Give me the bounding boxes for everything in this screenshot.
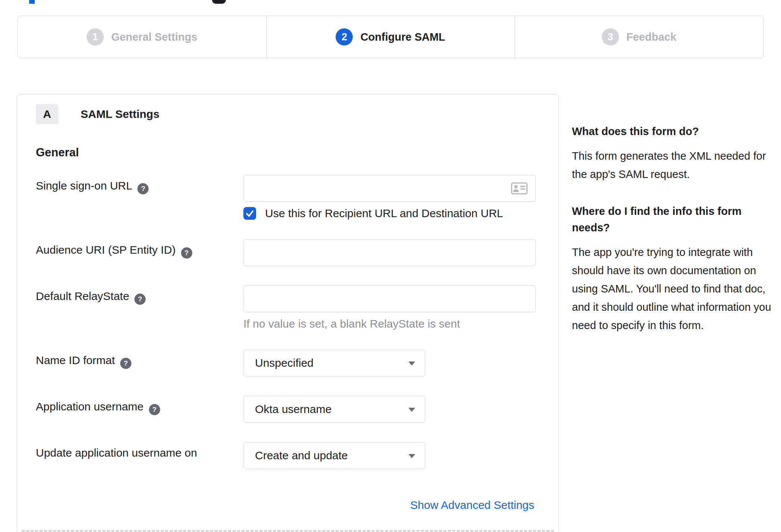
checkbox-label: Use this for Recipient URL and Destinati… [265,207,503,220]
help-icon[interactable]: ? [120,358,131,369]
name-id-format-select[interactable]: Unspecified [243,350,425,376]
select-value: Create and update [255,449,348,462]
step-label: General Settings [111,31,197,43]
step-feedback[interactable]: 3 Feedback [514,16,763,58]
update-application-username-select[interactable]: Create and update [243,442,425,469]
name-id-format-label: Name ID format [36,354,115,366]
show-advanced-settings-link[interactable]: Show Advanced Settings [410,499,534,511]
help-heading: Where do I find the info this form needs… [572,203,774,236]
update-application-username-label: Update application username on [36,447,197,459]
form-row-default-relaystate: Default RelayState? If no value is set, … [36,285,540,330]
clipped-title-fragment [212,0,226,4]
form-row-name-id-format: Name ID format? Unspecified [36,350,540,376]
checkmark-icon [245,209,254,218]
chevron-down-icon [408,408,415,412]
chevron-down-icon [408,454,415,458]
help-sidebar: What does this form do? This form genera… [572,123,774,354]
chevron-down-icon [408,362,415,366]
configure-saml-page: 1 General Settings 2 Configure SAML 3 Fe… [0,0,781,532]
help-body: The app you're trying to integrate with … [572,243,774,335]
use-for-recipient-destination-checkbox[interactable] [243,207,256,220]
help-icon[interactable]: ? [149,404,160,415]
form-row-audience-uri: Audience URI (SP Entity ID)? [36,239,540,266]
panel-title: SAML Settings [81,108,159,121]
help-body: This form generates the XML needed for t… [572,147,774,184]
form-row-single-sign-on-url: Single sign-on URL? [36,175,540,220]
audience-uri-input[interactable] [243,239,536,266]
form-row-application-username: Application username? Okta username [36,396,540,423]
select-value: Unspecified [255,357,314,369]
section-a-badge: A [36,104,58,124]
help-icon[interactable]: ? [137,183,149,194]
application-username-select[interactable]: Okta username [243,396,425,423]
step-configure-saml[interactable]: 2 Configure SAML [266,16,515,58]
section-divider [22,530,554,532]
clipped-title-fragment [29,0,35,4]
form-row-update-application-username: Update application username on Create an… [36,442,540,469]
step-number-badge: 1 [87,28,104,46]
audience-uri-label: Audience URI (SP Entity ID) [36,244,176,256]
relaystate-hint: If no value is set, a blank RelayState i… [243,317,540,330]
application-username-label: Application username [36,400,144,413]
panel-header: A SAML Settings [36,104,540,124]
help-heading: What does this form do? [572,123,774,140]
single-sign-on-url-input[interactable] [243,175,536,202]
single-sign-on-url-label: Single sign-on URL [36,179,132,192]
select-value: Okta username [255,403,332,416]
general-section-heading: General [36,146,540,159]
default-relaystate-input[interactable] [243,285,536,312]
step-number-badge: 2 [336,28,353,46]
default-relaystate-label: Default RelayState [36,290,129,302]
step-label: Configure SAML [360,31,445,43]
help-icon[interactable]: ? [134,294,146,305]
step-label: Feedback [626,31,676,43]
step-number-badge: 3 [602,28,619,46]
step-general-settings[interactable]: 1 General Settings [18,16,266,58]
saml-settings-panel: A SAML Settings General Single sign-on U… [17,94,559,532]
help-icon[interactable]: ? [181,247,192,259]
wizard-stepper: 1 General Settings 2 Configure SAML 3 Fe… [18,16,763,58]
